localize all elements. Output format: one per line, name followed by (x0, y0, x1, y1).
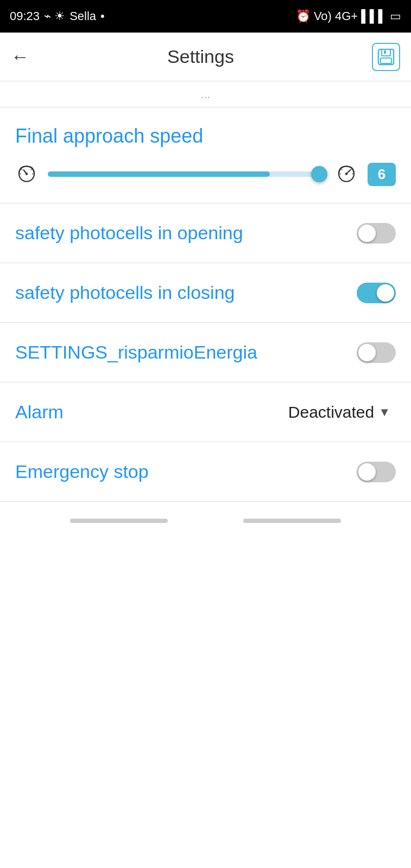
svg-line-9 (22, 169, 22, 170)
energy-saving-row: SETTINGS_risparmioEnergia (0, 323, 411, 382)
alarm-dropdown-arrow: ▼ (378, 405, 390, 419)
photocells-closing-row: safety photocells in closing (0, 263, 411, 323)
top-bar: ← Settings (0, 33, 411, 81)
svg-rect-2 (381, 58, 391, 63)
photocells-opening-row: safety photocells in opening (0, 203, 411, 263)
svg-rect-3 (384, 50, 386, 54)
emergency-stop-row: Emergency stop (0, 442, 411, 502)
page-title: Settings (167, 46, 234, 67)
status-bar-right: ⏰ Vo) 4G+ ▌▌▌ ▭ (296, 9, 401, 23)
slider-fill (48, 171, 270, 177)
emergency-stop-knob (358, 463, 376, 481)
partial-text: ... (200, 87, 210, 101)
final-approach-speed-title: Final approach speed (15, 125, 396, 148)
save-icon (376, 47, 396, 67)
fast-speed-icon (335, 161, 358, 188)
scroll-indicator-right (243, 519, 341, 523)
speed-slider[interactable] (48, 171, 325, 177)
scroll-indicators (0, 502, 411, 529)
status-dot: • (100, 9, 105, 23)
status-carrier: Sella (69, 9, 96, 23)
scroll-indicator-left (70, 519, 168, 523)
alarm-dropdown[interactable]: Deactivated ▼ (283, 400, 396, 425)
photocells-opening-label: safety photocells in opening (15, 221, 243, 245)
svg-line-16 (342, 169, 342, 170)
photocells-closing-toggle[interactable] (357, 283, 396, 303)
slider-thumb (311, 166, 327, 182)
speed-value-badge: 6 (368, 163, 396, 186)
partial-section: ... (0, 81, 411, 107)
alarm-label: Alarm (15, 400, 64, 424)
svg-point-6 (26, 173, 28, 175)
status-bar-left: 09:23 ⌁ ☀ Sella • (10, 9, 105, 23)
speed-slider-area: 6 (15, 161, 396, 188)
back-button[interactable]: ← (11, 46, 29, 67)
emergency-stop-toggle[interactable] (357, 462, 396, 482)
signal-icon: ▌▌▌ (361, 9, 387, 23)
status-bar: 09:23 ⌁ ☀ Sella • ⏰ Vo) 4G+ ▌▌▌ ▭ (0, 0, 411, 33)
svg-point-13 (345, 173, 347, 175)
alarm-icon: ⏰ (296, 9, 311, 23)
alarm-row: Alarm Deactivated ▼ (0, 382, 411, 442)
save-button[interactable] (372, 43, 400, 71)
status-time: 09:23 (10, 9, 40, 23)
network-label: Vo) 4G+ (314, 9, 358, 23)
photocells-opening-knob (358, 225, 376, 242)
photocells-closing-label: safety photocells in closing (15, 280, 235, 304)
alarm-dropdown-value: Deactivated (288, 403, 374, 422)
energy-saving-toggle[interactable] (357, 342, 396, 363)
photocells-opening-toggle[interactable] (357, 223, 396, 244)
svg-line-10 (31, 169, 31, 170)
energy-saving-knob (358, 344, 376, 361)
slow-speed-icon (15, 161, 38, 188)
energy-saving-label: SETTINGS_risparmioEnergia (15, 340, 257, 364)
battery-icon: ▭ (390, 9, 401, 23)
photocells-closing-knob (377, 284, 394, 302)
emergency-stop-label: Emergency stop (15, 459, 149, 483)
status-icons: ⌁ ☀ (44, 9, 65, 23)
svg-line-17 (351, 169, 351, 170)
final-approach-speed-section: Final approach speed (0, 107, 411, 203)
